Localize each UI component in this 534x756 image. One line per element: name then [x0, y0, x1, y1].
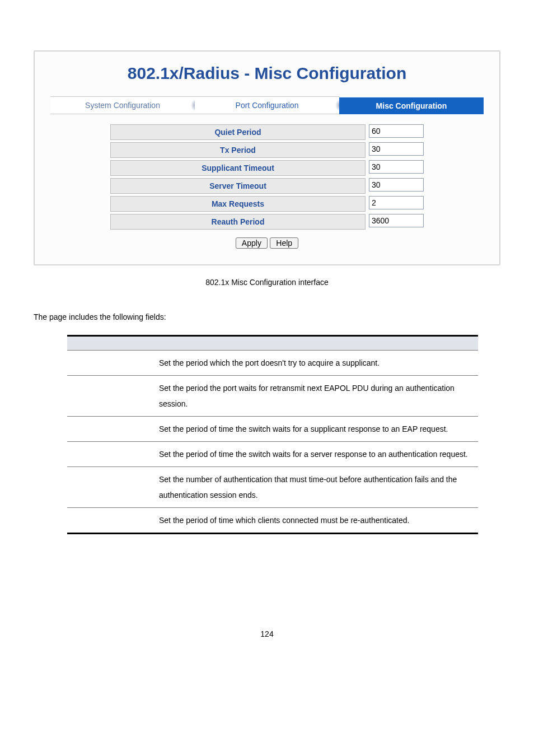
- form-row: Quiet Period: [110, 124, 424, 140]
- tab-system-configuration[interactable]: System Configuration: [50, 96, 195, 114]
- form-row: Supplicant Timeout: [110, 160, 424, 176]
- description-cell: Set the period the port waits for retran…: [152, 376, 478, 417]
- field-description-table: Set the period which the port doesn't tr…: [67, 335, 478, 534]
- tab-label: Misc Configuration: [376, 101, 447, 110]
- object-cell: [67, 467, 152, 508]
- table-header-description: [152, 336, 478, 351]
- object-cell: [67, 351, 152, 376]
- description-cell: Set the period which the port doesn't tr…: [152, 351, 478, 376]
- max-requests-input[interactable]: [369, 196, 424, 209]
- object-cell: [67, 508, 152, 534]
- form-label: Quiet Period: [110, 124, 366, 140]
- object-cell: [67, 442, 152, 467]
- help-button[interactable]: Help: [270, 237, 298, 249]
- table-row: Set the period the port waits for retran…: [67, 376, 478, 417]
- supplicant-timeout-input[interactable]: [369, 160, 424, 174]
- server-timeout-input[interactable]: [369, 178, 424, 192]
- button-row: Apply Help: [50, 237, 484, 249]
- table-row: Set the period of time the switch waits …: [67, 442, 478, 467]
- page-number: 124: [34, 629, 500, 638]
- form-row: Tx Period: [110, 142, 424, 158]
- reauth-period-input[interactable]: [369, 214, 424, 227]
- form-label: Server Timeout: [110, 178, 366, 194]
- config-panel: 802.1x/Radius - Misc Configuration Syste…: [34, 50, 500, 265]
- table-row: Set the period which the port doesn't tr…: [67, 351, 478, 376]
- form-input-wrap: [369, 142, 424, 158]
- tab-port-configuration[interactable]: Port Configuration: [195, 96, 339, 114]
- table-header-object: [67, 336, 152, 351]
- misc-config-form: Quiet PeriodTx PeriodSupplicant TimeoutS…: [110, 124, 424, 230]
- tx-period-input[interactable]: [369, 142, 424, 156]
- tab-label: System Configuration: [85, 101, 160, 110]
- description-cell: Set the period of time the switch waits …: [152, 442, 478, 467]
- apply-button[interactable]: Apply: [236, 237, 268, 249]
- description-cell: Set the period of time the switch waits …: [152, 417, 478, 442]
- panel-title: 802.1x/Radius - Misc Configuration: [50, 64, 484, 83]
- form-label: Supplicant Timeout: [110, 160, 366, 176]
- figure-caption: 802.1x Misc Configuration interface: [34, 278, 500, 287]
- intro-text: The page includes the following fields:: [34, 312, 500, 321]
- table-row: Set the period of time the switch waits …: [67, 417, 478, 442]
- description-cell: Set the number of authentication that mu…: [152, 467, 478, 508]
- form-row: Max Requests: [110, 196, 424, 212]
- tab-bar: System Configuration Port Configuration …: [50, 97, 484, 114]
- form-row: Server Timeout: [110, 178, 424, 194]
- quiet-period-input[interactable]: [369, 124, 424, 138]
- table-row: Set the period of time which clients con…: [67, 508, 478, 534]
- form-label: Tx Period: [110, 142, 366, 158]
- form-label: Reauth Period: [110, 214, 366, 230]
- form-input-wrap: [369, 196, 424, 212]
- form-row: Reauth Period: [110, 214, 424, 230]
- form-label: Max Requests: [110, 196, 366, 212]
- description-cell: Set the period of time which clients con…: [152, 508, 478, 534]
- table-row: Set the number of authentication that mu…: [67, 467, 478, 508]
- form-input-wrap: [369, 160, 424, 176]
- tab-label: Port Configuration: [236, 101, 299, 110]
- form-input-wrap: [369, 124, 424, 140]
- tab-misc-configuration[interactable]: Misc Configuration: [339, 97, 484, 114]
- object-cell: [67, 376, 152, 417]
- form-input-wrap: [369, 178, 424, 194]
- form-input-wrap: [369, 214, 424, 230]
- object-cell: [67, 417, 152, 442]
